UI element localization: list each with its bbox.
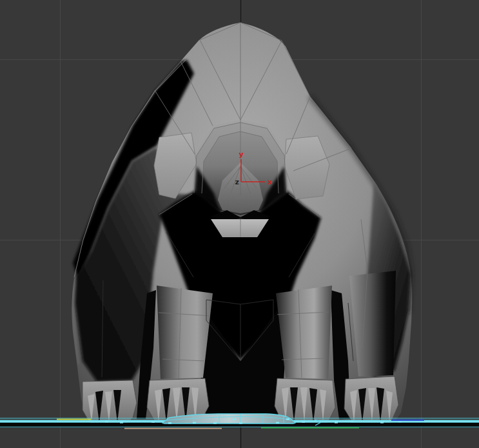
ground-line-dim [0,427,479,427]
panda-front-left-leg[interactable] [157,286,213,379]
axis-y-label: y [239,150,243,159]
axis-x-label: x [268,178,272,186]
3d-viewport[interactable]: y x z [0,0,479,448]
panda-front-right-leg[interactable] [276,286,332,379]
axis-z-label: z [235,178,239,186]
